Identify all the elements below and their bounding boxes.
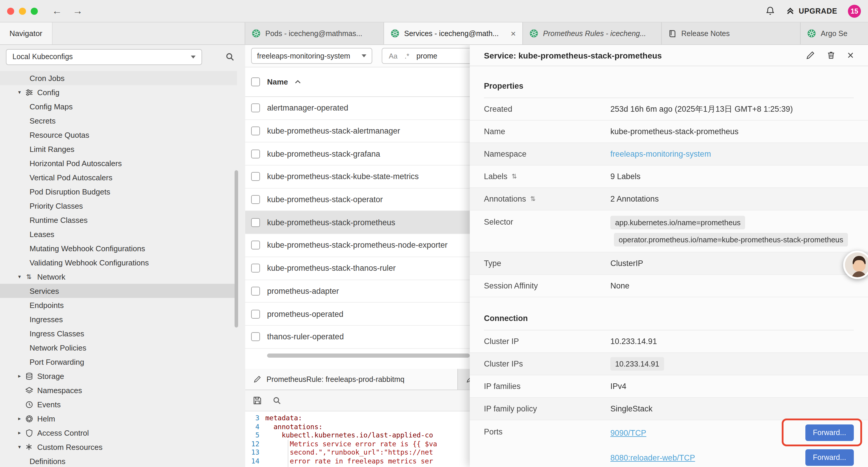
line-number: 14 [245, 457, 265, 465]
sidebar-item-leases[interactable]: Leases [0, 227, 237, 241]
kubeconfig-selector[interactable]: Local Kubeconfigs [6, 49, 202, 65]
sidebar-item-pod-disruption-budgets[interactable]: Pod Disruption Budgets [0, 184, 237, 199]
sidebar-item-events[interactable]: Events [0, 397, 237, 411]
row-checkbox[interactable] [251, 126, 260, 135]
sidebar-item-limit-ranges[interactable]: Limit Ranges [0, 142, 237, 156]
row-checkbox[interactable] [251, 264, 260, 272]
port-link[interactable]: 8080:reloader-web/TCP [610, 453, 695, 462]
sidebar-item-port-forwarding[interactable]: Port Forwarding [0, 355, 237, 369]
open-tabs: Pods - icecheng@mathmas... Services - ic… [245, 23, 868, 44]
indent-guide [288, 440, 288, 467]
detail-row-annotations: Annotations⇅ 2 Annotations [470, 188, 868, 210]
upgrade-label: UPGRADE [799, 7, 837, 15]
up-down-arrows-icon: ⇅ [24, 273, 34, 281]
sidebar-item-access-control[interactable]: ▸ Access Control [0, 426, 237, 440]
sidebar-item-endpoints[interactable]: Endpoints [0, 298, 237, 312]
row-checkbox[interactable] [251, 287, 260, 296]
expand-sort-icon[interactable]: ⇅ [530, 195, 536, 203]
sidebar-item-config-maps[interactable]: Config Maps [0, 99, 237, 114]
sidebar-item-network[interactable]: ▾ ⇅ Network [0, 269, 237, 284]
kubernetes-icon [391, 29, 399, 38]
forward-arrow-icon[interactable]: → [73, 6, 83, 16]
sidebar-item-secrets[interactable]: Secrets [0, 114, 237, 128]
namespace-link[interactable]: freeleaps-monitoring-system [610, 150, 711, 158]
row-checkbox[interactable] [251, 218, 260, 227]
dock-tab-prometheusrule[interactable]: PrometheusRule: freeleaps-prod-rabbitmq [245, 369, 458, 389]
sidebar-item-config[interactable]: ▾ Config [0, 85, 237, 99]
sidebar-item-helm[interactable]: ▸ Helm [0, 411, 237, 426]
chevron-right-icon[interactable]: ▸ [16, 415, 24, 421]
code-line: metadata: [265, 414, 302, 422]
chevron-right-icon[interactable]: ▸ [16, 430, 24, 436]
column-header-name[interactable]: Name [267, 78, 288, 86]
sidebar-item-ingress-classes[interactable]: Ingress Classes [0, 326, 237, 341]
sidebar-item-horizontal-pod-autoscalers[interactable]: Horizontal Pod Autoscalers [0, 156, 237, 170]
sidebar-item-validating-webhook-configurations[interactable]: Validating Webhook Configurations [0, 255, 237, 269]
row-checkbox[interactable] [251, 195, 260, 204]
forward-button[interactable]: Forward... [805, 425, 854, 441]
sidebar-item-storage[interactable]: ▸ Storage [0, 369, 237, 383]
sidebar-item-cron-jobs[interactable]: Cron Jobs [0, 71, 237, 85]
tab-pods[interactable]: Pods - icecheng@mathmas... [245, 23, 384, 44]
close-window-button[interactable] [7, 7, 14, 14]
port-link[interactable]: 9090/TCP [610, 428, 646, 437]
back-arrow-icon[interactable]: ← [52, 6, 62, 16]
tab-argo[interactable]: Argo Se [801, 23, 868, 44]
sidebar-toolbar: Local Kubeconfigs [0, 45, 245, 68]
row-checkbox[interactable] [251, 310, 260, 318]
trash-icon[interactable] [827, 51, 836, 60]
chevron-down-icon[interactable]: ▾ [16, 274, 24, 280]
row-checkbox[interactable] [251, 172, 260, 181]
sidebar-item-ingresses[interactable]: Ingresses [0, 312, 237, 326]
detail-row-ip-families: IP families IPv4 [470, 375, 868, 398]
sidebar-item-services[interactable]: Services [0, 284, 237, 298]
horizontal-scrollbar[interactable] [267, 353, 470, 358]
sidebar-item-vertical-pod-autoscalers[interactable]: Vertical Pod Autoscalers [0, 170, 237, 184]
regex-toggle[interactable]: .* [404, 52, 409, 60]
section-title-connection: Connection [484, 307, 854, 330]
row-checkbox[interactable] [251, 104, 260, 113]
tab-services[interactable]: Services - icecheng@math... × [384, 23, 523, 44]
close-tab-icon[interactable]: × [510, 29, 516, 38]
sidebar-item-mutating-webhook-configurations[interactable]: Mutating Webhook Configurations [0, 241, 237, 255]
chevron-down-icon[interactable]: ▾ [16, 89, 24, 95]
drawer-title: Service: kube-prometheus-stack-prometheu… [484, 51, 662, 60]
save-icon[interactable] [253, 396, 262, 405]
tab-prometheus-rules[interactable]: Prometheus Rules - icecheng... [523, 23, 662, 44]
expand-sort-icon[interactable]: ⇅ [512, 173, 517, 180]
sidebar-item-runtime-classes[interactable]: Runtime Classes [0, 213, 237, 227]
pencil-icon [253, 375, 261, 383]
sidebar-item-definitions[interactable]: Definitions [0, 454, 237, 467]
detail-row-cluster-ips: Cluster IPs 10.233.14.91 [470, 353, 868, 375]
notification-count-badge[interactable]: 15 [848, 4, 861, 18]
row-checkbox[interactable] [251, 149, 260, 158]
search-icon[interactable] [272, 396, 281, 405]
sidebar-item-namespaces[interactable]: Namespaces [0, 383, 237, 397]
sidebar-item-custom-resources[interactable]: ▾ Custom Resources [0, 440, 237, 454]
search-icon[interactable] [225, 52, 235, 61]
tab-release-notes[interactable]: Release Notes [662, 23, 801, 44]
sidebar-item-resource-quotas[interactable]: Resource Quotas [0, 128, 237, 142]
minimize-window-button[interactable] [19, 7, 26, 14]
app-window: ← → UPGRADE 15 Navigator Pods - ice [0, 0, 868, 467]
row-checkbox[interactable] [251, 241, 260, 250]
row-checkbox[interactable] [251, 332, 260, 341]
drawer-actions: × [806, 50, 854, 61]
notifications-bell-icon[interactable] [765, 6, 775, 16]
select-all-checkbox[interactable] [251, 78, 260, 86]
sidebar-item-network-policies[interactable]: Network Policies [0, 341, 237, 355]
sort-ascending-icon[interactable] [295, 80, 301, 84]
upgrade-button[interactable]: UPGRADE [785, 6, 837, 16]
zoom-window-button[interactable] [31, 7, 38, 14]
close-drawer-icon[interactable]: × [847, 50, 854, 61]
chevron-right-icon[interactable]: ▸ [16, 373, 24, 379]
forward-button[interactable]: Forward... [805, 449, 854, 466]
edit-pencil-icon[interactable] [806, 51, 815, 60]
navigator-header: Navigator [0, 23, 245, 44]
detail-row-ports: Ports 9090/TCP Forward... 8080:reloader-… [470, 420, 868, 467]
chevron-down-icon[interactable]: ▾ [16, 444, 24, 450]
match-case-toggle[interactable]: Aa [389, 52, 397, 60]
sidebar-item-priority-classes[interactable]: Priority Classes [0, 199, 237, 213]
sidebar-scrollbar[interactable] [235, 170, 238, 327]
namespace-selector[interactable]: freeleaps-monitoring-system [251, 48, 372, 64]
